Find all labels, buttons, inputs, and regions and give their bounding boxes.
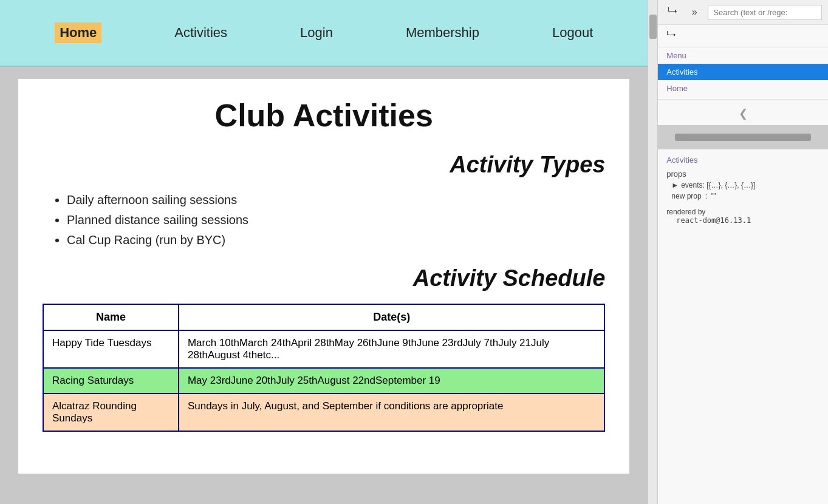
forward-icon-btn[interactable]: »	[686, 4, 703, 21]
list-item: Cal Cup Racing (run by BYC)	[67, 233, 605, 247]
row-name: Alcatraz Rounding Sundays	[43, 393, 179, 431]
nav-home[interactable]: Home	[55, 22, 101, 43]
row-dates: May 23rdJune 20thJuly 25thAugust 22ndSep…	[179, 368, 605, 393]
table-header-row: Name Date(s)	[43, 304, 604, 330]
nav-links: Home Activities Login Membership Logout	[55, 22, 593, 43]
main-area: Home Activities Login Membership Logout …	[0, 0, 648, 504]
panel-horizontal-scrollbar[interactable]	[675, 134, 811, 141]
panel-react-dom-label: react-dom@16.13.1	[666, 216, 819, 225]
cursor-icon-btn-2[interactable]: ⮡	[663, 27, 680, 44]
activity-schedule-heading: Activity Schedule	[43, 265, 605, 291]
nav-membership[interactable]: Membership	[406, 25, 479, 41]
row-name: Racing Saturdays	[43, 368, 179, 393]
right-panel: ⮡ » ⮡ Menu Activities Home ❮ Activities …	[657, 0, 828, 504]
cursor-icon-btn[interactable]: ⮡	[664, 4, 681, 21]
panel-new-prop-colon: :	[705, 192, 707, 200]
panel-activities-item[interactable]: Activities	[658, 64, 828, 80]
panel-activities-link[interactable]: Activities	[666, 155, 819, 165]
panel-new-prop-value: ""	[711, 192, 716, 200]
panel-search-input[interactable]	[708, 5, 822, 20]
panel-props-section: props ► events: [{…}, {…}, {…}] new prop…	[666, 169, 819, 200]
panel-scrollbar-area	[658, 125, 828, 149]
page-title: Club Activities	[43, 97, 605, 134]
nav-logout[interactable]: Logout	[552, 25, 593, 41]
panel-resize-handle[interactable]: ❮	[658, 102, 828, 125]
panel-home-item[interactable]: Home	[658, 80, 828, 97]
col-dates-header: Date(s)	[179, 304, 605, 330]
panel-new-prop-label: new prop	[671, 192, 701, 200]
row-name: Happy Tide Tuesdays	[43, 330, 179, 368]
panel-props-label: props	[666, 169, 819, 179]
row-dates: March 10thMarch 24thApril 28thMay 26thJu…	[179, 330, 605, 368]
panel-events-toggle[interactable]: ►	[671, 181, 679, 189]
scroll-thumb[interactable]	[649, 15, 657, 39]
panel-toolbar: ⮡ »	[658, 0, 828, 25]
activity-list: Daily afternoon sailing sessions Planned…	[67, 193, 605, 247]
row-dates: Sundays in July, August, and September i…	[179, 393, 605, 431]
nav-login[interactable]: Login	[300, 25, 333, 41]
table-row: Happy Tide Tuesdays March 10thMarch 24th…	[43, 330, 604, 368]
col-name-header: Name	[43, 304, 179, 330]
nav-activities[interactable]: Activities	[174, 25, 227, 41]
panel-rendered-by: rendered by	[666, 208, 819, 216]
panel-bottom: Activities props ► events: [{…}, {…}, {……	[658, 149, 828, 231]
panel-events-label: events: [{…}, {…}, {…}]	[681, 181, 755, 189]
list-item: Planned distance sailing sessions	[67, 213, 605, 227]
panel-divider	[658, 99, 828, 100]
panel-events-row: ► events: [{…}, {…}, {…}]	[666, 181, 819, 189]
schedule-table: Name Date(s) Happy Tide Tuesdays March 1…	[43, 304, 605, 432]
page-content: Club Activities Activity Types Daily aft…	[0, 67, 648, 504]
panel-new-prop-row: new prop : ""	[666, 192, 819, 200]
scrollbar[interactable]	[648, 0, 657, 504]
panel-menu-item[interactable]: Menu	[658, 47, 828, 64]
content-card: Club Activities Activity Types Daily aft…	[18, 79, 629, 474]
table-row: Alcatraz Rounding Sundays Sundays in Jul…	[43, 393, 604, 431]
navbar: Home Activities Login Membership Logout	[0, 0, 648, 67]
activity-types-heading: Activity Types	[43, 152, 605, 178]
table-row: Racing Saturdays May 23rdJune 20thJuly 2…	[43, 368, 604, 393]
list-item: Daily afternoon sailing sessions	[67, 193, 605, 207]
